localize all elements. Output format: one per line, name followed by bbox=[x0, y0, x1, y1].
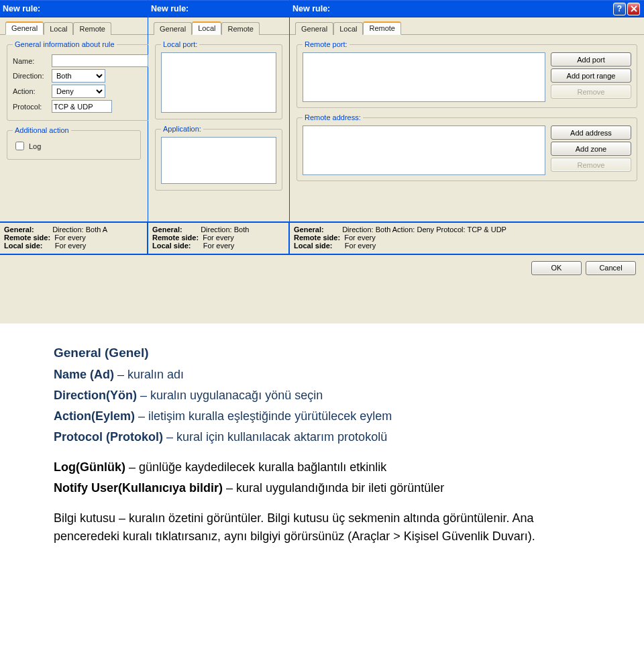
remote-address-label: Remote address: bbox=[303, 113, 363, 121]
group-local-port: Local port: bbox=[155, 40, 282, 119]
window-title: New rule: bbox=[151, 4, 189, 13]
doc-line-protocol: Protocol (Protokol) – kural için kullanı… bbox=[54, 428, 590, 446]
remote-port-list[interactable] bbox=[303, 52, 545, 102]
add-zone-button[interactable]: Add zone bbox=[551, 142, 631, 156]
direction-label: Direction: bbox=[13, 72, 49, 80]
add-port-button[interactable]: Add port bbox=[551, 52, 631, 66]
tab-bar: General Local Remote bbox=[148, 17, 289, 35]
protocol-input[interactable] bbox=[52, 100, 112, 113]
remove-address-button[interactable]: Remove bbox=[551, 158, 631, 172]
protocol-label: Protocol: bbox=[13, 103, 49, 111]
tab-general[interactable]: General bbox=[154, 22, 192, 35]
application-list[interactable] bbox=[161, 137, 276, 184]
tab-local[interactable]: Local bbox=[44, 22, 73, 35]
status-bar: General: Direction: Both A Remote side: … bbox=[0, 221, 644, 254]
dialog-button-bar: OK Cancel bbox=[0, 254, 644, 281]
doc-line-action: Action(Eylem) – iletişim kuralla eşleşti… bbox=[54, 407, 590, 425]
tab-remote[interactable]: Remote bbox=[363, 21, 401, 35]
help-button[interactable]: ? bbox=[613, 3, 626, 15]
cancel-button[interactable]: Cancel bbox=[586, 261, 636, 275]
remote-port-label: Remote port: bbox=[303, 40, 350, 48]
tab-bar: General Local Remote bbox=[290, 17, 644, 35]
remote-address-list[interactable] bbox=[303, 125, 545, 175]
group-general-info: General information about rule Name: Dir… bbox=[7, 40, 154, 121]
add-port-range-button[interactable]: Add port range bbox=[551, 68, 631, 83]
group-remote-port: Remote port: Add port Add port range Rem… bbox=[297, 40, 637, 108]
name-input[interactable] bbox=[52, 54, 148, 67]
name-label: Name: bbox=[13, 57, 49, 65]
ok-button[interactable]: OK bbox=[531, 261, 582, 275]
window-general: New rule: General Local Remote General i… bbox=[0, 0, 148, 221]
group-application: Application: bbox=[155, 125, 282, 191]
action-select[interactable]: Deny bbox=[52, 85, 105, 98]
status-panel-2: General: Direction: Both Action: Deny Pr… bbox=[290, 223, 644, 254]
titlebar[interactable]: New rule: ? bbox=[290, 0, 644, 17]
remove-port-button[interactable]: Remove bbox=[551, 85, 631, 99]
status-panel-0: General: Direction: Both A Remote side: … bbox=[0, 223, 148, 254]
tab-remote[interactable]: Remote bbox=[221, 22, 260, 35]
additional-label: Additional action bbox=[13, 126, 71, 134]
direction-select[interactable]: Both bbox=[52, 69, 105, 83]
doc-heading-general: General (Genel) bbox=[54, 344, 590, 363]
tab-remote[interactable]: Remote bbox=[73, 22, 111, 35]
doc-line-name: Name (Ad) – kuralın adı bbox=[54, 366, 590, 384]
local-port-label: Local port: bbox=[161, 40, 199, 48]
status-panel-1: General: Direction: Both Remote side: Fo… bbox=[148, 223, 290, 254]
application-label: Application: bbox=[161, 125, 203, 133]
titlebar[interactable]: New rule: bbox=[148, 0, 289, 17]
window-title: New rule: bbox=[292, 4, 330, 13]
tab-local[interactable]: Local bbox=[333, 22, 363, 35]
local-port-list[interactable] bbox=[161, 52, 276, 113]
close-icon bbox=[631, 5, 637, 12]
action-label: Action: bbox=[13, 87, 49, 95]
doc-line-log: Log(Günlük) – günlüğe kaydedilecek kural… bbox=[54, 458, 590, 476]
window-remote: New rule: ? General Local Remote Remote … bbox=[290, 0, 644, 221]
doc-paragraph: Bilgi kutusu – kuralın özetini görüntüle… bbox=[54, 509, 590, 546]
window-title: New rule: bbox=[3, 4, 40, 13]
tab-local[interactable]: Local bbox=[192, 21, 221, 35]
tab-general[interactable]: General bbox=[5, 21, 44, 35]
window-local: New rule: General Local Remote Local por… bbox=[148, 0, 290, 221]
group-remote-address: Remote address: Add address Add zone Rem… bbox=[297, 113, 637, 181]
document-body: General (Genel) Name (Ad) – kuralın adı … bbox=[0, 323, 644, 575]
doc-line-direction: Direction(Yön) – kuralın uygulanacağı yö… bbox=[54, 387, 590, 405]
add-address-button[interactable]: Add address bbox=[551, 125, 631, 140]
screenshot-region: New rule: General Local Remote General i… bbox=[0, 0, 644, 323]
tab-general[interactable]: General bbox=[295, 22, 333, 35]
tab-bar: General Local Remote bbox=[0, 17, 148, 35]
group-label: General information about rule bbox=[13, 40, 117, 48]
doc-line-notify: Notify User(Kullanıcıya bildir) – kural … bbox=[54, 479, 590, 497]
log-checkbox[interactable] bbox=[15, 142, 24, 150]
titlebar[interactable]: New rule: bbox=[0, 0, 148, 17]
close-button[interactable] bbox=[627, 3, 640, 15]
group-additional-action: Additional action Log bbox=[7, 126, 141, 160]
log-label: Log bbox=[29, 142, 41, 150]
